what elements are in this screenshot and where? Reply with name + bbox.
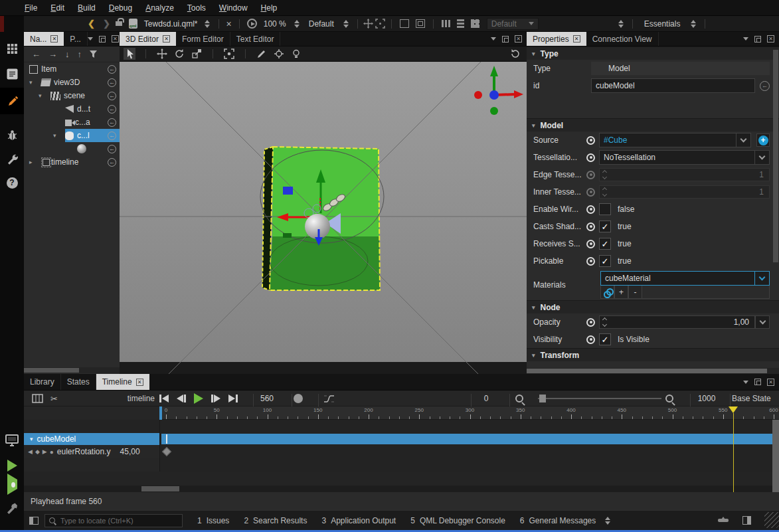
- close-icon[interactable]: ✕: [163, 35, 170, 43]
- resize-grip[interactable]: [764, 512, 779, 528]
- rotate-tool-icon[interactable]: [173, 48, 185, 60]
- section-transform[interactable]: ▾Transform: [527, 348, 779, 361]
- visibility-checkbox[interactable]: ✓: [599, 333, 611, 345]
- close-panel-icon[interactable]: ✕: [767, 35, 774, 43]
- move-right-icon[interactable]: →: [48, 49, 57, 59]
- record-property-icon[interactable]: ●: [50, 448, 54, 456]
- edit-light-icon[interactable]: [290, 48, 302, 60]
- tab-properties[interactable]: Properties✕: [527, 32, 586, 46]
- reset-view-icon[interactable]: [509, 48, 521, 60]
- alias-export-icon[interactable]: ←: [108, 78, 116, 87]
- pane-application-output[interactable]: 3Application Output: [321, 516, 396, 525]
- close-icon[interactable]: ✕: [136, 379, 143, 386]
- curve-editor-icon[interactable]: [323, 391, 335, 406]
- keyframe-icon[interactable]: ◆: [35, 448, 40, 456]
- tab-form-editor[interactable]: Form Editor: [176, 32, 230, 46]
- to-end-button[interactable]: [228, 391, 238, 406]
- tab-states[interactable]: States: [61, 374, 96, 390]
- next-frame-button[interactable]: [211, 391, 220, 406]
- binding-indicator-icon[interactable]: [586, 222, 595, 231]
- material-remove-button[interactable]: -: [628, 286, 642, 299]
- alias-export-icon[interactable]: ←: [108, 158, 116, 167]
- tab-projects[interactable]: P...: [64, 32, 87, 46]
- workspace-left-spinner[interactable]: [618, 20, 624, 28]
- binding-indicator-icon[interactable]: [586, 136, 595, 145]
- style-selector[interactable]: Default: [309, 19, 334, 29]
- build-button[interactable]: [0, 497, 24, 519]
- move-left-icon[interactable]: ←: [32, 49, 41, 59]
- fit-selected-icon[interactable]: [223, 48, 235, 60]
- play-button[interactable]: [194, 391, 203, 406]
- menu-tools[interactable]: Tools: [181, 1, 212, 15]
- menu-build[interactable]: Build: [72, 1, 102, 15]
- close-document-icon[interactable]: ×: [224, 19, 234, 29]
- playhead-handle[interactable]: [729, 406, 738, 413]
- help-mode-button[interactable]: ?: [0, 171, 24, 194]
- property-track-row[interactable]: ◀ ◆ ▶ ● eulerRotation.y 45,00: [24, 445, 779, 458]
- binding-indicator-icon[interactable]: [586, 257, 595, 266]
- alias-export-icon[interactable]: ←: [108, 92, 116, 100]
- range-start-marker[interactable]: [159, 406, 162, 420]
- wireframe-checkbox[interactable]: [599, 203, 611, 215]
- kit-target-button[interactable]: [0, 429, 24, 452]
- zoom-out-icon[interactable]: [515, 391, 523, 406]
- material-link-button[interactable]: [600, 286, 614, 299]
- build-progress-icon[interactable]: [718, 519, 729, 522]
- add-source-button[interactable]: +: [756, 133, 770, 147]
- run-debug-button[interactable]: [0, 473, 24, 495]
- range-end-field[interactable]: 1000: [692, 391, 721, 406]
- pickable-checkbox[interactable]: ✓: [599, 255, 611, 267]
- close-icon[interactable]: ✕: [50, 35, 58, 43]
- scale-tool-icon[interactable]: [191, 48, 203, 60]
- welcome-mode-button[interactable]: [0, 37, 24, 60]
- timeline-ruler[interactable]: 050100150200250300350400450500550600: [159, 406, 779, 420]
- pane-general-messages[interactable]: 6General Messages: [520, 516, 596, 525]
- navigator-hscrollbar[interactable]: [24, 367, 120, 373]
- binding-indicator-icon[interactable]: [586, 335, 595, 344]
- chevron-down-icon[interactable]: [491, 37, 496, 43]
- close-panel-icon[interactable]: ✕: [767, 379, 774, 386]
- columns-view-icon[interactable]: [442, 20, 450, 27]
- binding-indicator-icon[interactable]: [586, 318, 595, 327]
- state-selector[interactable]: Base State: [732, 391, 771, 406]
- kit-selector[interactable]: Default: [487, 18, 539, 30]
- edit-mode-button[interactable]: [0, 62, 24, 85]
- 3d-viewport[interactable]: [120, 62, 527, 374]
- close-panel-icon[interactable]: ✕: [515, 35, 522, 43]
- binding-indicator-icon[interactable]: [586, 153, 595, 162]
- menu-debug[interactable]: Debug: [103, 1, 138, 15]
- chevron-down-icon[interactable]: [743, 37, 748, 43]
- lock-icon[interactable]: [116, 21, 122, 26]
- alias-export-icon[interactable]: ←: [760, 81, 770, 91]
- move-down-icon[interactable]: ↓: [65, 49, 70, 59]
- casts-shadows-checkbox[interactable]: ✓: [599, 221, 611, 232]
- tree-item-cubemodel[interactable]: ▾ c...l ←: [24, 129, 120, 142]
- keyframe-marker[interactable]: [162, 447, 171, 456]
- receives-shadows-checkbox[interactable]: ✓: [599, 238, 611, 250]
- tab-navigator[interactable]: Na...✕: [24, 32, 64, 46]
- workspace-selector[interactable]: Essentials: [644, 19, 681, 29]
- zoom-spinner[interactable]: [294, 20, 300, 28]
- zoom-in-icon[interactable]: [665, 391, 673, 406]
- tab-text-editor[interactable]: Text Editor: [230, 32, 281, 46]
- move-up-icon[interactable]: ↑: [78, 49, 82, 59]
- tab-3d-editor[interactable]: 3D Editor✕: [120, 32, 176, 46]
- local-orientation-icon[interactable]: [256, 48, 268, 60]
- show-borders-icon[interactable]: [416, 19, 425, 28]
- properties-vscrollbar[interactable]: [773, 50, 778, 262]
- menu-help[interactable]: Help: [255, 1, 284, 15]
- locator-input[interactable]: [59, 516, 178, 525]
- timeline-settings-icon[interactable]: [32, 391, 43, 406]
- expander-icon[interactable]: ▸: [29, 159, 41, 165]
- tree-item-root[interactable]: Item ←: [24, 62, 120, 76]
- show-bounds-icon[interactable]: [400, 19, 409, 28]
- close-panel-icon[interactable]: ✕: [112, 35, 119, 43]
- grid-view-icon[interactable]: [471, 19, 479, 28]
- close-icon[interactable]: ✕: [573, 35, 580, 43]
- alias-export-icon[interactable]: ←: [108, 145, 116, 153]
- expander-icon[interactable]: ▾: [29, 79, 41, 86]
- to-start-button[interactable]: [159, 391, 169, 406]
- cubemodel-track-row[interactable]: ▾ cubeModel: [24, 433, 779, 445]
- tree-item-view3d[interactable]: ▾ view3D ←: [24, 76, 120, 89]
- float-panel-icon[interactable]: [502, 36, 509, 43]
